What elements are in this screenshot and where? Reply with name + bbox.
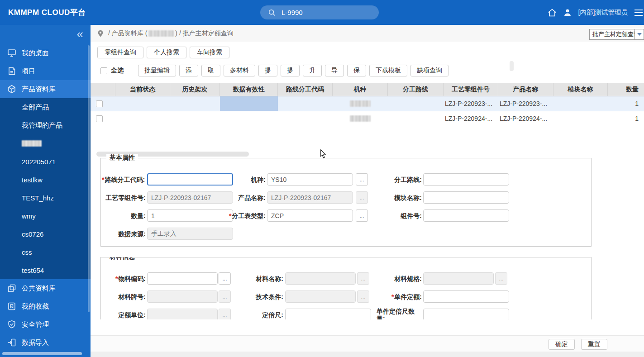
submenu-item-202205071[interactable]: 202205071	[0, 152, 91, 171]
upgrade-button[interactable]: 升	[303, 65, 322, 76]
product-name-input	[267, 191, 353, 204]
submenu-item-cs0726[interactable]: cs0726	[0, 225, 91, 243]
col-header-qty[interactable]: 数量	[608, 83, 644, 96]
app-window: KMMPM CLOUD平台 [内部]测试管理员 « 我的桌面 项目 产品资料库 …	[0, 0, 644, 357]
col-header-data-validity[interactable]: 数据有效性	[220, 83, 278, 96]
col-header-division-route[interactable]: 分工路线	[388, 83, 444, 96]
product-name-cell: LZJ-P-220924-...	[498, 111, 553, 126]
sidebar-item-product-library[interactable]: 产品资料库	[0, 80, 91, 98]
workshop-search-button[interactable]: 车间搜索	[190, 47, 229, 58]
global-search[interactable]	[260, 5, 379, 19]
col-header-product-name[interactable]: 产品名称	[498, 83, 553, 96]
unit-quota-input[interactable]	[423, 290, 509, 303]
col-header-route-code[interactable]: 路线分工代码	[278, 83, 333, 96]
sidebar-item-public-library[interactable]: 公共资料库	[0, 279, 91, 297]
sidebar-item-data-import[interactable]: 数据导入	[0, 333, 91, 352]
home-icon[interactable]	[547, 8, 557, 18]
module-name-input[interactable]	[423, 191, 509, 204]
sidebar-collapse-icon[interactable]: «	[77, 26, 83, 42]
division-table-type-browse-button[interactable]: ...	[356, 209, 368, 222]
machine-type-input[interactable]	[267, 173, 353, 186]
confirm-button[interactable]: 确定	[549, 339, 575, 350]
unit-fixed-length-qty-input[interactable]	[423, 309, 509, 319]
quota-unit-input	[147, 309, 218, 319]
col-header-machine-type[interactable]: 机种	[333, 83, 388, 96]
material-code-browse-button[interactable]: ...	[219, 272, 231, 285]
sidebar-item-label: 安全管理	[22, 320, 49, 329]
component-no-input[interactable]	[423, 209, 509, 222]
submenu-item-all-products[interactable]: 全部产品	[0, 98, 91, 116]
breadcrumb-text-b[interactable]: ) / 批产主材定额查询	[175, 29, 233, 38]
fetch-button[interactable]: 取	[201, 65, 220, 76]
select-all-checkbox[interactable]	[100, 67, 107, 74]
select-all-label: 全选	[111, 67, 124, 75]
download-template-button[interactable]: 下载模板	[369, 65, 407, 76]
machine-type-browse-button[interactable]: ...	[356, 173, 368, 186]
sidebar-item-desktop[interactable]: 我的桌面	[0, 44, 91, 62]
sidebar-item-label: 我的收藏	[22, 302, 49, 311]
missing-item-query-button[interactable]: 缺项查询	[410, 65, 448, 76]
search-input[interactable]	[281, 9, 363, 16]
part-no-cell: LZJ-P-220923-...	[444, 96, 498, 111]
sidebar-horizontal-scrollbar[interactable]	[2, 352, 82, 355]
table-row[interactable]: LZJ-P-220924-... LZJ-P-220924-... 1	[91, 111, 644, 126]
personal-search-button[interactable]: 个人搜索	[147, 47, 186, 58]
section-title: 基本属性	[106, 154, 138, 162]
row-checkbox-cell	[91, 96, 115, 111]
project-icon	[7, 67, 16, 76]
data-source-label: 数据来源:	[102, 227, 146, 241]
batch-edit-button[interactable]: 批量编辑	[138, 65, 176, 76]
user-icon[interactable]	[563, 8, 572, 18]
submenu-item-test654[interactable]: test654	[0, 261, 91, 279]
submenu-item-test-hhz[interactable]: TEST_hhz	[0, 189, 91, 207]
save-button[interactable]: 保	[347, 65, 366, 76]
user-name[interactable]: [内部]测试管理员	[578, 8, 628, 17]
export-button[interactable]: 导	[325, 65, 344, 76]
submenu-item-wmy[interactable]: wmy	[0, 207, 91, 225]
dropdown-arrow-button[interactable]	[634, 29, 644, 39]
submenu-item-my-products[interactable]: 我管理的产品	[0, 116, 91, 134]
breadcrumb-text-a[interactable]: / 产品资料库 (	[108, 29, 147, 38]
submenu-item-css[interactable]: css	[0, 243, 91, 261]
submenu-item-redacted[interactable]	[0, 134, 91, 152]
technical-condition-input	[285, 290, 356, 303]
division-table-type-input[interactable]	[267, 209, 353, 222]
product-name-browse-button: ...	[356, 191, 368, 204]
col-header-module-name[interactable]: 模块名称	[553, 83, 608, 96]
multi-material-button[interactable]: 多材料	[224, 65, 255, 76]
header-checkbox-cell	[91, 83, 115, 96]
sidebar-item-security[interactable]: 安全管理	[0, 315, 91, 333]
technical-condition-label: 技术条件:	[238, 290, 283, 304]
table-row[interactable]: LZJ-P-220923-... LZJ-P-220923-... 1	[91, 96, 644, 111]
highlighted-cell	[220, 96, 278, 111]
component-no-label: 组件号:	[377, 209, 422, 223]
reset-button[interactable]: 重置	[581, 339, 607, 350]
material-grade-label: 材料牌号:	[102, 290, 146, 304]
sidebar-vertical-scrollbar[interactable]	[88, 45, 90, 312]
sidebar-item-favorites[interactable]: 我的收藏	[0, 297, 91, 315]
redacted-text	[350, 100, 371, 107]
sidebar: « 我的桌面 项目 产品资料库 全部产品 我管理的产品 202205071 te…	[0, 25, 91, 357]
toolbar: 全选	[100, 65, 124, 76]
sidebar-item-label: 公共资料库	[22, 284, 56, 293]
row-checkbox[interactable]	[96, 115, 103, 122]
part-query-button[interactable]: 零组件查询	[97, 47, 143, 58]
material-code-input[interactable]	[147, 272, 218, 285]
division-route-input[interactable]	[423, 173, 509, 186]
fixed-length-input[interactable]	[285, 309, 371, 319]
menu-icon[interactable]	[634, 9, 643, 16]
page-selector-dropdown[interactable]: 批产主材定额查询	[589, 29, 644, 40]
sidebar-item-project[interactable]: 项目	[0, 62, 91, 80]
submit-button-2[interactable]: 提	[281, 65, 300, 76]
add-button[interactable]: 添	[179, 65, 198, 76]
submenu-item-testlkw[interactable]: testlkw	[0, 171, 91, 189]
unit-quota-label: *单件定额:	[377, 290, 422, 304]
col-header-history[interactable]: 历史架次	[170, 83, 220, 96]
row-checkbox[interactable]	[96, 100, 103, 107]
division-route-label: 分工路线:	[377, 173, 422, 186]
main-content: / 产品资料库 ( ) / 批产主材定额查询 批产主材定额查询 零组件查询 个人…	[91, 25, 644, 357]
col-header-current-status[interactable]: 当前状态	[115, 83, 170, 96]
chevron-down-icon	[637, 33, 642, 36]
submit-button-1[interactable]: 提	[258, 65, 277, 76]
col-header-part-no[interactable]: 工艺零组件号	[444, 83, 498, 96]
